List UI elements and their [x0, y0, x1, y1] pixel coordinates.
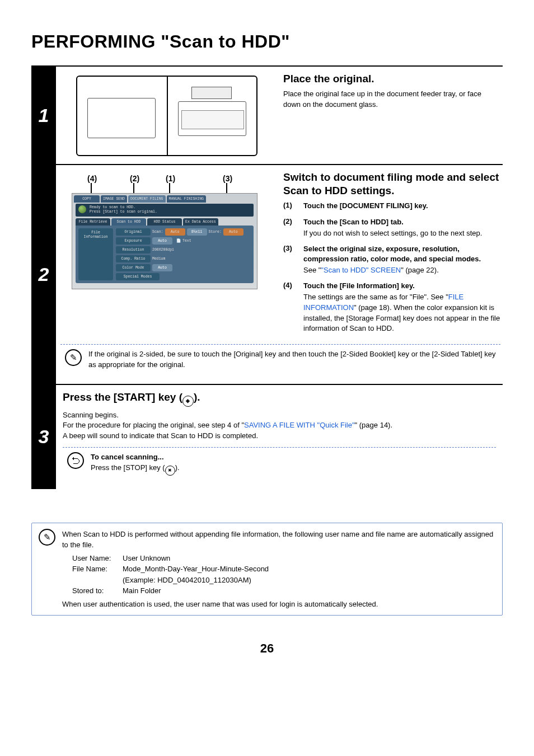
ts-scan-size[interactable]: 8½x11	[187, 228, 207, 236]
page-number: 26	[31, 641, 503, 656]
boxnote-intro: When Scan to HDD is performed without ap…	[62, 529, 495, 551]
instr-item-1: (1) Touch the [DOCUMENT FILING] key.	[283, 201, 500, 212]
callout-1: (1)	[166, 174, 175, 183]
note-icon	[39, 529, 55, 546]
back-icon	[67, 452, 84, 469]
ts-tab-image-send[interactable]: IMAGE SEND	[101, 195, 127, 203]
step-3-line2: For the procedure for placing the origin…	[63, 420, 496, 431]
step-3-cancel-note: To cancel scanning... Press the [STOP] k…	[63, 448, 496, 481]
ts-comp-ratio-value: Medium	[152, 257, 165, 261]
ts-exposure-value: Auto	[152, 237, 172, 245]
instr-title-3: Select the original size, exposure, reso…	[303, 244, 500, 264]
ready-icon	[78, 205, 86, 213]
ts-ready-line1: Ready to scan to HDD.	[90, 205, 157, 210]
instr-title-1: Touch the [DOCUMENT FILING] key.	[303, 201, 500, 211]
cancel-body: Press the [STOP] key ().	[91, 463, 180, 476]
bottom-note-box: When Scan to HDD is performed without ap…	[31, 523, 503, 616]
step-3: 3 Press the [START] key (). Scanning beg…	[31, 384, 503, 489]
boxnote-row-username: User Name: User Unknown	[72, 553, 495, 564]
instr-num-3: (3)	[283, 244, 299, 275]
step-3-number: 3	[31, 385, 56, 489]
boxnote-row-filename: File Name: Mode_Month-Day-Year_Hour-Minu…	[72, 564, 495, 575]
instr-title-2: Touch the [Scan to HDD] tab.	[303, 217, 500, 227]
step-1-number: 1	[31, 67, 56, 164]
boxnote-row-storedto: Stored to: Main Folder	[72, 585, 495, 597]
instr-body-2: If you do not wish to select settings, g…	[303, 228, 500, 239]
step-1: 1 Place the original. Place the original…	[31, 65, 503, 164]
ts-resolution-button[interactable]: Resolution	[116, 246, 151, 253]
instr-num-2: (2)	[283, 217, 299, 238]
step-2-heading: Switch to document filing mode and selec…	[283, 171, 500, 198]
ts-color-mode-button[interactable]: Color Mode	[116, 264, 151, 271]
callout-4: (4)	[87, 174, 97, 183]
ts-resolution-value: 200X200dpi	[152, 248, 174, 252]
step-3-line1: Scanning begins.	[63, 410, 496, 421]
callout-2: (2)	[130, 174, 139, 183]
stop-key-icon	[165, 466, 175, 476]
step-1-heading: Place the original.	[283, 72, 500, 86]
ts-ready-bar: Ready to scan to HDD. Press [Start] to s…	[76, 204, 254, 217]
start-key-icon	[182, 396, 194, 407]
page: PERFORMING "Scan to HDD" 1 Place the ori…	[0, 0, 534, 678]
callout-3: (3)	[223, 174, 232, 183]
ts-subtab-scan-to-hdd[interactable]: Scan to HDD	[111, 218, 146, 226]
instr-item-4: (4) Touch the [File Information] key. Th…	[283, 281, 500, 334]
step-2-number: 2	[31, 165, 56, 384]
touchscreen-wrapper: (4) (2) (1) (3) COPY IMAGE SEND DOC	[72, 174, 262, 331]
ts-special-modes-button[interactable]: Special Modes	[116, 273, 160, 280]
ts-tab-document-filing[interactable]: DOCUMENT FILING	[128, 195, 166, 203]
ts-store-label: Store:	[209, 230, 222, 234]
ts-exposure-mode: Text	[182, 239, 191, 243]
instr-body-4: The settings are the same as for "File".…	[303, 292, 500, 334]
ts-ready-line2: Press [Start] to scan original.	[90, 210, 157, 214]
ts-tab-manual-finishing[interactable]: MANUAL FINISHING	[167, 195, 206, 203]
instr-num-4: (4)	[283, 281, 299, 334]
step-3-line3: A beep will sound to indicate that Scan …	[63, 431, 496, 442]
instr-body-3: See ""Scan to HDD" SCREEN" (page 22).	[303, 265, 500, 276]
ts-file-information-button[interactable]: File Information	[78, 228, 113, 280]
ts-scan-label: Scan:	[152, 230, 163, 234]
cancel-heading: To cancel scanning...	[91, 452, 180, 463]
link-quick-file[interactable]: SAVING A FILE WITH "Quick File"	[244, 421, 355, 429]
page-title: PERFORMING "Scan to HDD"	[31, 31, 503, 52]
touchscreen: COPY IMAGE SEND DOCUMENT FILING MANUAL F…	[72, 193, 257, 289]
boxnote-outro: When user authentication is used, the us…	[62, 599, 495, 610]
ts-subtab-hdd-status[interactable]: HDD Status	[147, 218, 182, 226]
ts-exposure-button[interactable]: Exposure	[116, 237, 151, 245]
ts-scan-auto[interactable]: Auto	[165, 228, 185, 236]
step-1-body: Place the original face up in the docume…	[283, 89, 500, 110]
instr-item-2: (2) Touch the [Scan to HDD] tab. If you …	[283, 217, 500, 238]
ts-original-button[interactable]: Original	[116, 228, 151, 236]
ts-color-mode-value: Auto	[152, 264, 172, 271]
ts-comp-ratio-button[interactable]: Comp. Ratio	[116, 255, 151, 262]
ts-store-auto[interactable]: Auto	[223, 228, 243, 236]
note-icon	[65, 349, 82, 366]
ts-tab-copy[interactable]: COPY	[74, 195, 100, 203]
instr-title-4: Touch the [File Information] key.	[303, 281, 500, 291]
boxnote-row-example: (Example: HDD_04042010_112030AM)	[72, 575, 495, 586]
step-2-note-text: If the original is 2-sided, be sure to t…	[88, 349, 498, 370]
printer-illustration	[76, 76, 257, 156]
link-scan-to-hdd-screen[interactable]: "Scan to HDD" SCREEN	[321, 266, 401, 274]
ts-subtab-file-retrieve[interactable]: File Retrieve	[76, 218, 110, 226]
ts-subtab-ex-data-access[interactable]: Ex Data Access	[183, 218, 218, 226]
instr-item-3: (3) Select the original size, exposure, …	[283, 244, 500, 275]
instr-num-1: (1)	[283, 201, 299, 212]
step-3-heading: Press the [START] key ().	[63, 391, 496, 407]
step-2: 2 (4) (2) (1) (3) COPY	[31, 164, 503, 384]
step-2-note: If the original is 2-sided, be sure to t…	[60, 345, 500, 376]
